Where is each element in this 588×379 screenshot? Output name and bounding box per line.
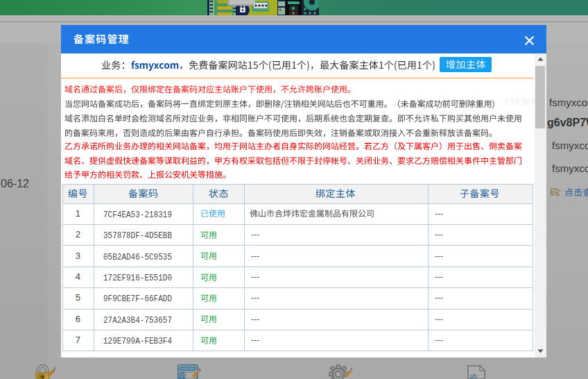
svg-text:ph: ph <box>470 373 477 379</box>
